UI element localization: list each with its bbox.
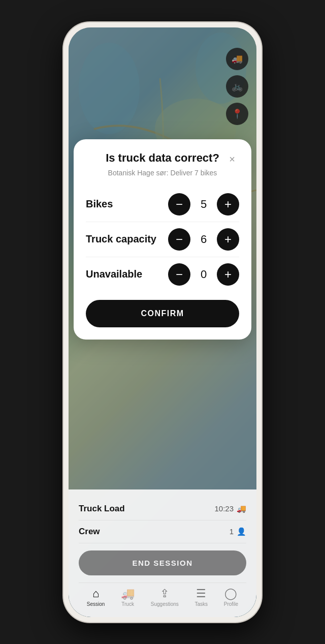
bikes-decrement-button[interactable]: − [168, 193, 190, 216]
confirm-button[interactable]: CONFIRM [86, 300, 239, 327]
crew-label: Crew [79, 527, 100, 537]
unavailable-row: Unavailable − 0 + [86, 257, 239, 292]
truck-capacity-decrement-button[interactable]: − [168, 228, 190, 251]
bikes-value: 5 [199, 198, 209, 211]
truck-load-label: Truck Load [79, 504, 125, 514]
bikes-label: Bikes [86, 198, 113, 210]
tab-session[interactable]: ⌂ Session [87, 587, 105, 607]
tab-tasks-label: Tasks [195, 601, 208, 607]
end-session-button[interactable]: END SESSION [79, 550, 246, 575]
modal-title: Is truck data correct? [100, 151, 225, 165]
truck-load-value: 10:23 🚚 [214, 504, 246, 513]
modal-dialog: Is truck data correct? × Botanisk Hage s… [74, 139, 251, 340]
bottom-area: Truck Load 10:23 🚚 Crew 1 👤 END SESSION … [69, 489, 256, 617]
truck-mini-icon: 🚚 [237, 504, 246, 513]
unavailable-label: Unavailable [86, 268, 142, 280]
tab-profile-label: Profile [224, 601, 238, 607]
tab-bar: ⌂ Session 🚚 Truck ⇪ Suggestions ☰ Tasks … [79, 582, 246, 617]
tab-tasks[interactable]: ☰ Tasks [195, 587, 208, 607]
tab-profile[interactable]: ◯ Profile [224, 587, 238, 607]
truck-capacity-increment-button[interactable]: + [217, 228, 239, 251]
truck-capacity-value: 6 [199, 233, 209, 246]
unavailable-increment-button[interactable]: + [217, 263, 239, 286]
unavailable-value: 0 [199, 268, 209, 281]
tab-session-label: Session [87, 601, 105, 607]
tab-truck-label: Truck [121, 601, 134, 607]
bikes-row: Bikes − 5 + [86, 187, 239, 222]
truck-capacity-row: Truck capacity − 6 + [86, 222, 239, 257]
bikes-increment-button[interactable]: + [217, 193, 239, 216]
truck-load-row: Truck Load 10:23 🚚 [79, 498, 246, 520]
crew-icon: 👤 [237, 527, 246, 536]
unavailable-stepper: − 0 + [168, 263, 239, 286]
suggestions-icon: ⇪ [160, 587, 169, 600]
truck-capacity-stepper: − 6 + [168, 228, 239, 251]
truck-tab-icon: 🚚 [121, 587, 135, 600]
unavailable-decrement-button[interactable]: − [168, 263, 190, 286]
phone-screen: 🚚 🚲 📍 Is truck data correct? × Botanisk … [69, 27, 256, 617]
tasks-icon: ☰ [196, 587, 206, 600]
close-button[interactable]: × [225, 152, 239, 167]
modal-header: Is truck data correct? × [86, 151, 239, 167]
modal-subtitle: Botanisk Hage sør: Deliver 7 bikes [86, 169, 239, 177]
phone-frame: 🚚 🚲 📍 Is truck data correct? × Botanisk … [63, 22, 262, 622]
bikes-stepper: − 5 + [168, 193, 239, 216]
tab-truck[interactable]: 🚚 Truck [121, 587, 135, 607]
tab-suggestions-label: Suggestions [151, 601, 179, 607]
profile-icon: ◯ [224, 587, 237, 600]
tab-suggestions[interactable]: ⇪ Suggestions [151, 587, 179, 607]
crew-value: 1 👤 [230, 527, 246, 536]
crew-row: Crew 1 👤 [79, 520, 246, 543]
truck-capacity-label: Truck capacity [86, 233, 156, 245]
session-icon: ⌂ [92, 587, 99, 600]
